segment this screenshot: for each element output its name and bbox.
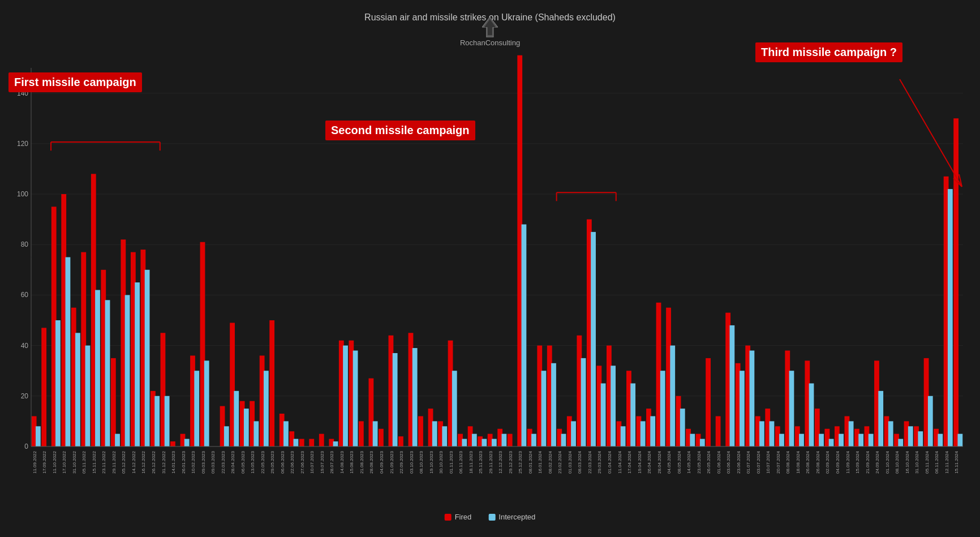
intercepted-label: Intercepted bbox=[498, 513, 535, 521]
second-campaign-label: Second missile campaign bbox=[325, 121, 475, 140]
fired-label: Fired bbox=[455, 513, 472, 521]
legend-intercepted: Intercepted bbox=[488, 513, 535, 521]
first-campaign-label: First missile campaign bbox=[8, 72, 142, 92]
chart-container: Russian air and missile strikes on Ukrai… bbox=[0, 0, 980, 537]
fired-color-dot bbox=[445, 514, 452, 521]
intercepted-color-dot bbox=[488, 514, 495, 521]
logo: RochanConsulting bbox=[460, 17, 520, 47]
third-campaign-label: Third missile campaign ? bbox=[755, 42, 902, 62]
legend-fired: Fired bbox=[445, 513, 472, 521]
legend: Fired Intercepted bbox=[445, 513, 536, 521]
